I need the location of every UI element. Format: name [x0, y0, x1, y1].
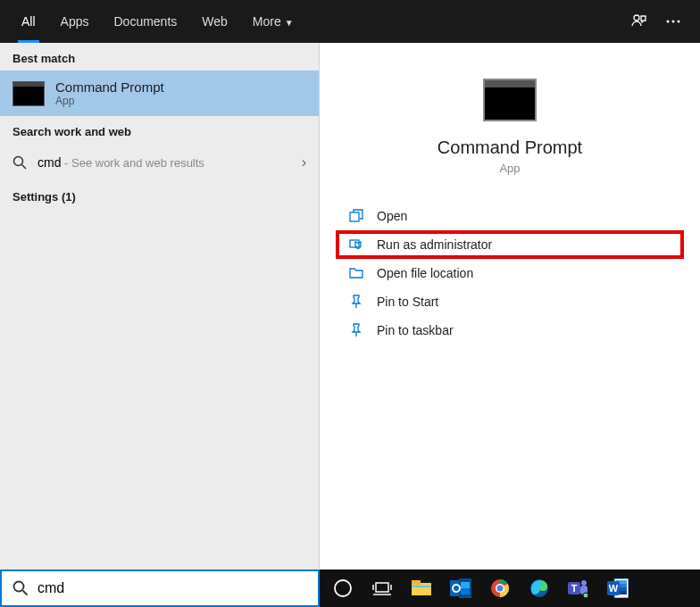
tab-documents[interactable]: Documents [101, 0, 189, 43]
action-pin-to-start[interactable]: Pin to Start [336, 287, 684, 316]
tab-more[interactable]: More▼ [240, 0, 306, 43]
task-view-icon[interactable] [364, 571, 400, 605]
search-icon [12, 580, 29, 596]
command-prompt-icon [483, 79, 537, 121]
chrome-icon[interactable] [482, 571, 518, 605]
action-open-location-label: Open file location [377, 266, 473, 280]
svg-point-33 [583, 593, 588, 598]
svg-point-3 [678, 21, 680, 23]
svg-rect-17 [412, 583, 431, 595]
search-icon [12, 155, 29, 170]
feedback-icon[interactable] [630, 12, 648, 30]
best-match-title: Command Prompt [55, 79, 164, 95]
tab-apps[interactable]: Apps [48, 0, 102, 43]
search-web-query: cmd [38, 155, 61, 170]
action-run-as-administrator[interactable]: Run as administrator [336, 230, 684, 259]
svg-rect-18 [412, 580, 421, 585]
preview-panel: Command Prompt App Open Run as administr… [320, 43, 700, 570]
search-results-panel: Best match Command Prompt App Search wor… [0, 43, 320, 570]
svg-point-12 [335, 580, 351, 596]
svg-point-31 [581, 580, 587, 586]
action-run-admin-label: Run as administrator [377, 237, 492, 252]
more-options-icon[interactable] [664, 12, 682, 30]
svg-line-5 [22, 165, 27, 170]
action-pin-taskbar-label: Pin to taskbar [377, 323, 454, 337]
preview-title: Command Prompt [320, 137, 700, 158]
tab-all[interactable]: All [9, 0, 48, 43]
file-explorer-icon[interactable] [404, 571, 439, 605]
search-input[interactable] [38, 580, 307, 596]
teams-icon[interactable]: T [561, 571, 596, 605]
svg-point-0 [634, 15, 639, 21]
folder-icon [346, 266, 366, 280]
search-filter-tabs: All Apps Documents Web More▼ [0, 0, 700, 43]
svg-point-1 [667, 21, 670, 23]
cortana-icon[interactable] [325, 571, 361, 605]
tab-web[interactable]: Web [189, 0, 240, 43]
action-open-file-location[interactable]: Open file location [336, 259, 684, 287]
svg-rect-19 [412, 586, 431, 587]
taskbar-search-box[interactable] [0, 570, 320, 607]
pin-icon [346, 323, 366, 337]
action-pin-start-label: Pin to Start [377, 295, 438, 309]
word-icon[interactable]: W [600, 571, 636, 605]
settings-header[interactable]: Settings (1) [0, 181, 319, 212]
svg-rect-6 [350, 212, 359, 221]
open-icon [346, 209, 366, 223]
shield-admin-icon [346, 237, 366, 252]
svg-rect-23 [461, 588, 470, 595]
action-open-label: Open [377, 209, 407, 223]
best-match-item[interactable]: Command Prompt App [0, 71, 319, 116]
best-match-subtitle: App [55, 95, 164, 107]
command-prompt-icon [12, 81, 45, 106]
svg-point-27 [497, 586, 504, 592]
svg-point-4 [14, 157, 23, 166]
svg-rect-7 [350, 240, 359, 247]
best-match-header: Best match [0, 43, 319, 71]
taskbar: T W [320, 570, 700, 607]
svg-point-2 [672, 21, 675, 23]
search-web-hint: - See work and web results [61, 156, 204, 170]
preview-subtitle: App [320, 162, 700, 175]
svg-point-10 [14, 582, 24, 592]
action-open[interactable]: Open [336, 202, 684, 230]
svg-line-11 [23, 591, 28, 595]
chevron-right-icon: › [302, 154, 306, 170]
outlook-icon[interactable] [443, 571, 479, 605]
search-work-web-header: Search work and web [0, 116, 319, 144]
chevron-down-icon: ▼ [285, 18, 294, 28]
svg-rect-22 [461, 582, 470, 588]
edge-icon[interactable] [521, 571, 557, 605]
action-pin-to-taskbar[interactable]: Pin to taskbar [336, 316, 684, 345]
svg-rect-13 [376, 583, 388, 592]
search-web-item[interactable]: cmd - See work and web results › [0, 144, 319, 181]
svg-text:T: T [571, 583, 578, 594]
svg-text:W: W [609, 583, 619, 594]
pin-icon [346, 295, 366, 309]
